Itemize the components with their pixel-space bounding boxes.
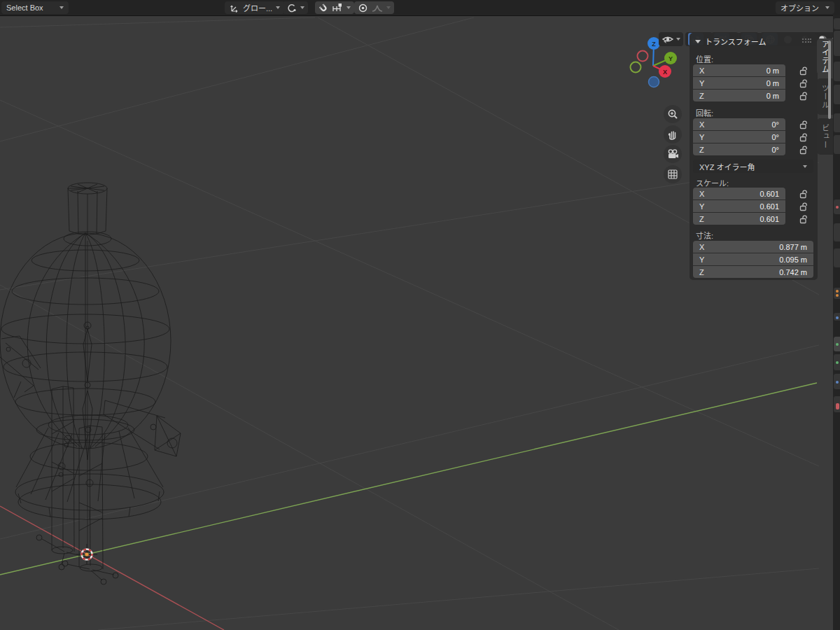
scale-x-row: X0.601: [693, 188, 785, 200]
dimensions-x-row: X0.877 m: [693, 241, 813, 253]
panel-title: トランスフォーム: [705, 36, 766, 47]
tab-view[interactable]: ビュー: [817, 118, 833, 155]
rotation-z-field[interactable]: Z0°: [693, 144, 785, 155]
location-y-row: Y0 m: [693, 77, 785, 89]
blender-window: Z Y X: [0, 0, 840, 630]
location-label: 位置:: [696, 53, 713, 64]
scale-label: スケール:: [696, 177, 729, 188]
edge-button[interactable]: [834, 354, 840, 370]
transform-panel: トランスフォーム 位置: X0 m Y0 m: [690, 33, 818, 280]
transform-orientation-dropdown[interactable]: グロー...: [225, 1, 285, 14]
unlock-icon[interactable]: [799, 91, 808, 101]
sidebar-scrollbar[interactable]: [828, 41, 831, 119]
scale-z-field[interactable]: Z0.601: [693, 213, 785, 225]
proportional-edit-group[interactable]: [354, 1, 394, 14]
rotation-x-row: X0°: [693, 118, 785, 130]
svg-text:Y: Y: [668, 55, 673, 62]
camera-icon: [667, 148, 679, 160]
pan-hand-icon: [667, 129, 678, 140]
snap-increment-icon: [332, 3, 343, 13]
unlock-icon[interactable]: [799, 214, 808, 224]
edge-button[interactable]: [834, 248, 840, 267]
drag-dots-icon[interactable]: [802, 38, 811, 44]
edge-button[interactable]: [834, 85, 840, 104]
axis-y-line: [0, 383, 817, 575]
gizmo-neg-x-ball: [638, 51, 648, 62]
rotation-x-field[interactable]: X0°: [693, 118, 785, 130]
magnet-icon: [318, 3, 328, 13]
unlock-icon[interactable]: [799, 145, 808, 155]
scale-z-row: Z0.601: [693, 213, 785, 225]
rotation-label: 回転:: [696, 107, 713, 118]
axis-x-line: [0, 506, 224, 630]
snap-toggle-group[interactable]: [315, 1, 354, 14]
falloff-curve-icon: [372, 3, 383, 13]
options-label: オプション: [780, 2, 819, 13]
unlock-icon[interactable]: [799, 120, 808, 130]
location-y-field[interactable]: Y0 m: [693, 77, 785, 89]
svg-text:Z: Z: [652, 41, 656, 48]
panel-header[interactable]: トランスフォーム: [695, 36, 766, 47]
snap-circle-icon: [286, 3, 297, 13]
scale-y-field[interactable]: Y0.601: [693, 200, 785, 212]
dimensions-x-field[interactable]: X0.877 m: [693, 241, 813, 253]
camera-view-button[interactable]: [664, 145, 682, 163]
grid-icon: [667, 169, 678, 180]
edge-button[interactable]: [834, 337, 840, 351]
edge-button[interactable]: [834, 223, 840, 241]
dimensions-label: 寸法:: [696, 230, 713, 241]
location-x-row: X0 m: [693, 64, 785, 76]
rotation-y-field[interactable]: Y0°: [693, 131, 785, 143]
snap-target-dropdown[interactable]: [283, 1, 308, 14]
unlock-icon[interactable]: [799, 66, 808, 76]
dimensions-y-row: Y0.095 m: [693, 253, 813, 265]
svg-text:X: X: [663, 69, 667, 76]
orientation-label: グロー...: [243, 2, 272, 13]
collapse-triangle-icon[interactable]: [695, 40, 701, 43]
rotation-mode-value: XYZ オイラー角: [699, 161, 755, 172]
options-dropdown[interactable]: オプション: [776, 1, 834, 14]
edge-button[interactable]: [834, 135, 840, 154]
visibility-dropdown[interactable]: [659, 32, 683, 46]
visibility-eye-icon: [662, 34, 674, 44]
unlock-icon[interactable]: [799, 189, 808, 199]
edge-button[interactable]: [834, 396, 840, 412]
tool-header-bar: Select Box グロー...: [0, 0, 840, 16]
unlock-icon[interactable]: [799, 202, 808, 211]
rotation-z-row: Z0°: [693, 144, 785, 155]
gizmo-neg-y-ball: [631, 62, 641, 73]
unlock-icon[interactable]: [799, 132, 808, 142]
edge-button[interactable]: [834, 62, 840, 81]
edge-button[interactable]: [834, 313, 840, 321]
rotation-y-row: Y0°: [693, 131, 785, 143]
gizmo-neg-z-ball: [649, 77, 659, 88]
pan-tool-button[interactable]: [664, 125, 682, 144]
right-editor-edge: [833, 15, 840, 630]
edge-button[interactable]: [834, 18, 840, 29]
zoom-tool-button[interactable]: [664, 105, 682, 123]
dimensions-z-field[interactable]: Z0.742 m: [693, 266, 813, 278]
edge-button[interactable]: [834, 200, 840, 214]
orientation-axes-icon: [230, 4, 239, 13]
grid-ortho-button[interactable]: [664, 165, 682, 183]
scale-x-field[interactable]: X0.601: [693, 188, 785, 200]
edge-button[interactable]: [834, 374, 840, 389]
unlock-icon[interactable]: [799, 78, 808, 88]
active-tool-label: Select Box: [6, 4, 43, 12]
scale-y-row: Y0.601: [693, 200, 785, 212]
proportional-edit-icon: [358, 3, 368, 13]
location-z-row: Z0 m: [693, 90, 785, 102]
active-tool-dropdown[interactable]: Select Box: [1, 1, 69, 14]
edge-button[interactable]: [834, 31, 840, 56]
location-z-field[interactable]: Z0 m: [693, 90, 785, 102]
edge-button[interactable]: [834, 113, 840, 132]
dimensions-y-field[interactable]: Y0.095 m: [693, 253, 813, 265]
dimensions-z-row: Z0.742 m: [693, 266, 813, 278]
rotation-mode-dropdown[interactable]: XYZ オイラー角: [693, 160, 813, 173]
location-x-field[interactable]: X0 m: [693, 64, 785, 76]
tab-view-label: ビュー: [820, 124, 831, 149]
edge-button[interactable]: [834, 288, 840, 299]
wireframe-character[interactable]: [0, 183, 181, 584]
zoom-icon: [667, 108, 678, 120]
